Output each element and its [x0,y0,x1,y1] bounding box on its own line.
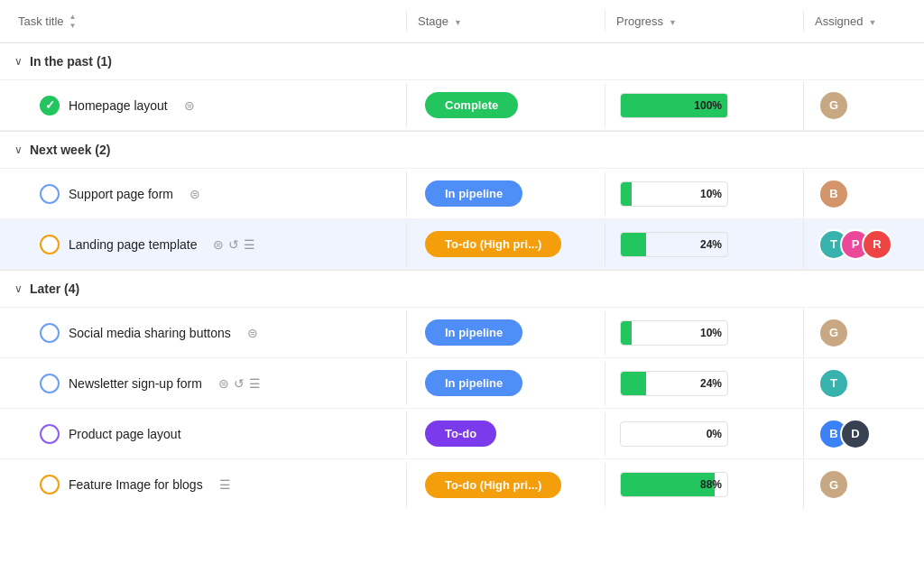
group-row-past[interactable]: ∨ In the past (1) [0,43,924,80]
task-icons: ⊜↺☰ [218,376,261,391]
groups-container: ∨ In the past (1) Homepage layout ⊜ Comp… [0,43,924,510]
avatar: R [862,229,892,260]
progress-cell: 0% [605,412,803,456]
group-row-later[interactable]: ∨ Later (4) [0,271,924,308]
task-name: Support page form [69,187,173,201]
task-name-cell: Product page layout [0,415,406,453]
assigned-cell: TPR [803,220,924,269]
repeat-icon: ↺ [228,237,239,252]
link-icon: ⊜ [218,376,229,391]
list-icon: ☰ [249,376,261,391]
progress-cell: 24% [605,362,803,405]
task-name: Product page layout [69,427,181,441]
task-table: Task title Stage Progress Assigned ∨ In … [0,0,924,510]
link-icon: ⊜ [189,187,200,201]
chevron-down-icon [669,14,677,28]
header-task-title-label: Task title [18,14,64,28]
avatar-group: G [818,318,849,348]
group-chevron-icon: ∨ [14,282,23,295]
assigned-cell: B [803,170,924,218]
header-assigned-label: Assigned [815,14,863,28]
task-name: Homepage layout [69,98,168,113]
stage-badge: In pipeline [425,319,522,346]
header-progress[interactable]: Progress [605,11,803,32]
task-icons: ⊜ [247,326,258,340]
avatar-group: T [818,368,849,399]
progress-bar: 10% [620,181,728,207]
progress-label: 24% [621,238,727,251]
stage-badge: To-do (High pri...) [425,231,561,257]
assigned-cell: G [803,81,924,130]
avatar-group: BD [818,419,871,449]
avatar: D [840,419,871,449]
task-name-cell: Homepage layout ⊜ [0,87,406,125]
chevron-down-icon [454,14,462,28]
task-name-cell: Feature Image for blogs ☰ [0,466,406,504]
progress-label: 0% [621,428,727,440]
progress-cell: 100% [605,84,803,127]
task-name-cell: Newsletter sign-up form ⊜↺☰ [0,365,406,402]
list-icon: ☰ [219,477,231,492]
task-name: Newsletter sign-up form [69,376,202,391]
progress-bar: 88% [620,472,728,497]
progress-bar: 24% [620,371,728,396]
stage-badge: To-do [425,421,496,447]
progress-bar: 24% [620,232,728,257]
table-row: Homepage layout ⊜ Complete 100% G [0,80,924,131]
header-stage-label: Stage [418,14,448,28]
status-icon [40,374,60,393]
assigned-cell: G [803,460,924,509]
group-label: In the past (1) [30,54,112,69]
avatar: G [818,469,849,500]
avatar-group: G [818,90,849,121]
stage-badge: In pipeline [425,370,522,396]
stage-cell: To-do (High pri...) [406,222,605,266]
group-chevron-icon: ∨ [14,55,23,68]
status-icon [40,424,60,444]
list-icon: ☰ [244,237,255,252]
progress-cell: 10% [605,172,803,216]
group-chevron-icon: ∨ [14,143,23,156]
task-icons: ⊜ [189,187,200,201]
status-icon [40,96,60,116]
progress-label: 10% [621,327,727,339]
assigned-cell: T [803,359,924,408]
link-icon: ⊜ [184,98,195,113]
stage-cell: To-do [406,411,605,456]
status-icon [40,323,60,343]
table-row: Support page form ⊜ In pipeline 10% B [0,169,924,219]
task-icons: ⊜ [184,98,195,113]
progress-bar: 100% [620,93,728,118]
task-name-cell: Support page form ⊜ [0,175,406,213]
header-assigned[interactable]: Assigned [803,11,924,32]
progress-label: 100% [621,99,727,112]
group-label: Later (4) [30,282,79,296]
task-name-cell: Landing page template ⊜↺☰ [0,226,406,263]
task-name: Social media sharing buttons [69,326,231,340]
header-task-title[interactable]: Task title [0,9,406,33]
task-name-cell: Social media sharing buttons ⊜ [0,314,406,352]
table-row: Product page layout To-do 0% BD [0,409,924,459]
status-icon [40,475,60,494]
avatar: B [818,179,849,209]
stage-badge: In pipeline [425,180,522,207]
status-icon [40,184,60,204]
chevron-down-icon [868,14,876,28]
avatar: G [818,318,849,348]
avatar-group: TPR [818,229,892,260]
progress-bar: 10% [620,320,728,346]
progress-cell: 88% [605,463,803,506]
stage-badge: To-do (High pri...) [425,472,561,498]
link-icon: ⊜ [213,237,224,252]
stage-cell: In pipeline [406,310,605,355]
group-row-next-week[interactable]: ∨ Next week (2) [0,132,924,169]
progress-cell: 24% [605,223,803,266]
avatar-group: G [818,469,849,500]
stage-cell: Complete [406,83,605,127]
header-stage[interactable]: Stage [406,11,605,32]
task-name: Landing page template [69,237,197,252]
progress-bar: 0% [620,421,728,447]
task-icons: ☰ [219,477,231,492]
table-row: Feature Image for blogs ☰ To-do (High pr… [0,459,924,510]
stage-cell: In pipeline [406,171,605,216]
